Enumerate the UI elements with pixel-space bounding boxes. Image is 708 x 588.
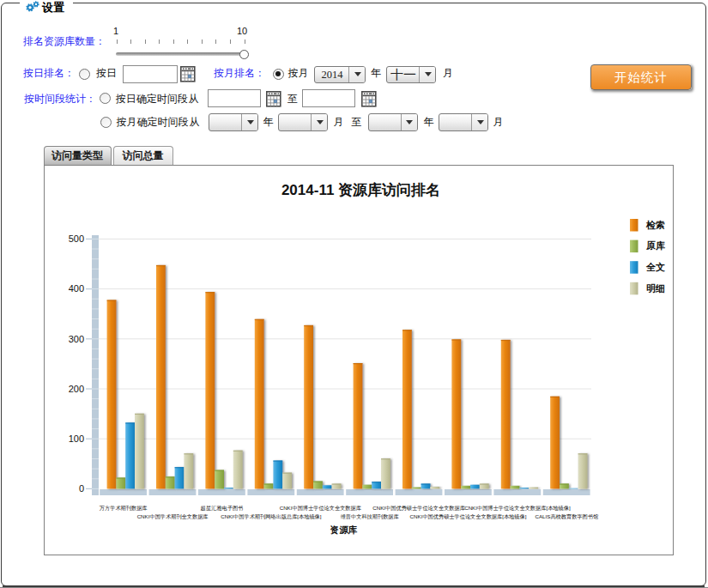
svg-text:300: 300: [69, 334, 84, 344]
svg-text:CNKI中国优秀硕士学位论文全文数据库: CNKI中国优秀硕士学位论文全文数据库: [372, 505, 465, 512]
svg-text:检索: 检索: [645, 220, 665, 230]
svg-text:CNKI中国学术期刊全文数据库: CNKI中国学术期刊全文数据库: [137, 513, 209, 520]
svg-text:明细: 明细: [646, 283, 665, 294]
svg-text:2014-11 资源库访问排名: 2014-11 资源库访问排名: [281, 181, 440, 198]
svg-text:CNKI中国博士学位论文全文数据库: CNKI中国博士学位论文全文数据库: [280, 505, 361, 512]
svg-text:维普中文科技期刊数据库: 维普中文科技期刊数据库: [341, 513, 399, 520]
svg-text:200: 200: [69, 384, 84, 394]
svg-text:万方学术期刊数据库: 万方学术期刊数据库: [100, 505, 148, 512]
svg-text:全文: 全文: [645, 262, 665, 272]
svg-text:0: 0: [79, 483, 84, 494]
svg-text:CNKI中国博士学位论文全文数据库[本地镜像]: CNKI中国博士学位论文全文数据库[本地镜像]: [464, 505, 571, 512]
svg-text:100: 100: [69, 433, 84, 444]
svg-text:CNKI中国学术期刊网络出版总库[本地镜像]: CNKI中国学术期刊网络出版总库[本地镜像]: [221, 513, 322, 520]
svg-text:400: 400: [69, 283, 84, 294]
svg-text:CALIS高校教育数字图书馆: CALIS高校教育数字图书馆: [536, 513, 599, 520]
svg-text:原库: 原库: [645, 240, 665, 251]
svg-text:超星汇雅电子图书: 超星汇雅电子图书: [201, 505, 244, 512]
svg-text:500: 500: [69, 233, 84, 244]
svg-text:CNKI中国优秀硕士学位论文全文数据库[本地镜像]: CNKI中国优秀硕士学位论文全文数据库[本地镜像]: [410, 513, 527, 520]
svg-text:资源库: 资源库: [330, 524, 358, 535]
